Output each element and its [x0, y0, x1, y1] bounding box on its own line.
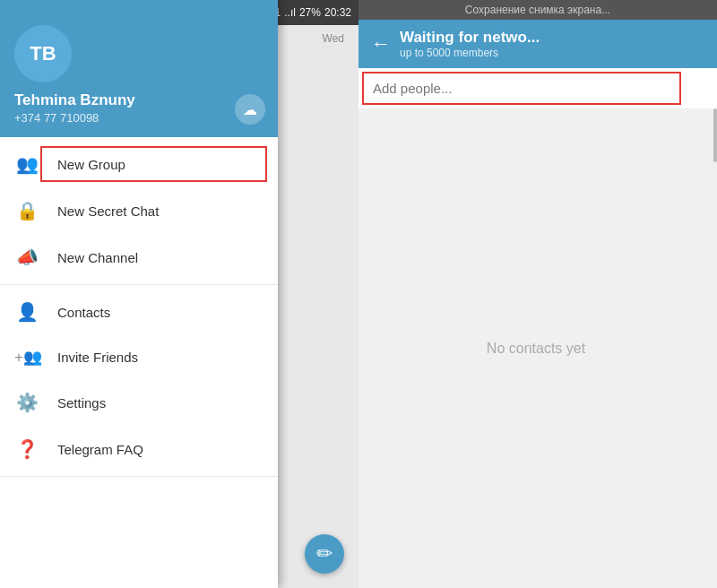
battery-level: 27% [299, 6, 321, 19]
right-content-area: No contacts yet [358, 108, 717, 588]
menu-item-new-channel[interactable]: 📣 New Channel [0, 234, 278, 281]
megaphone-icon: 📣 [14, 246, 39, 268]
menu-item-contacts[interactable]: 👤 Contacts [0, 289, 278, 335]
faq-label: Telegram FAQ [57, 442, 143, 457]
compose-fab[interactable]: ✏ [305, 534, 344, 574]
profile-name: Tehmina Bznuny [14, 91, 263, 109]
notification-bar: Сохранение снимка экрана... [358, 0, 717, 20]
no-contacts-message: No contacts yet [358, 108, 713, 588]
new-secret-chat-label: New Secret Chat [57, 203, 159, 219]
scrollbar[interactable] [713, 108, 717, 162]
time-display: 20:32 [324, 6, 351, 19]
menu-item-faq[interactable]: ❓ Telegram FAQ [0, 426, 278, 472]
group-title: Waiting for netwo... [400, 29, 704, 47]
add-people-input[interactable] [369, 75, 706, 101]
contact-icon: 👤 [14, 301, 39, 323]
avatar: TB [14, 25, 72, 82]
cloud-icon[interactable]: ☁ [235, 94, 265, 125]
help-icon: ❓ [14, 438, 39, 460]
menu-item-invite-friends[interactable]: +👥 Invite Friends [0, 335, 278, 379]
menu-items-list: 👥 New Group 🔒 New Secret Chat 📣 New Chan… [0, 137, 278, 588]
new-group-label: New Group [57, 157, 125, 172]
lock-icon: 🔒 [14, 200, 39, 221]
menu-group-create: 👥 New Group 🔒 New Secret Chat 📣 New Chan… [0, 137, 278, 285]
back-button[interactable]: ← [371, 32, 391, 56]
header-text: Waiting for netwo... up to 5000 members [400, 29, 704, 59]
new-channel-label: New Channel [57, 250, 138, 265]
right-panel: Сохранение снимка экрана... ← Waiting fo… [358, 0, 717, 588]
signal-strength: ..ıl [284, 6, 296, 19]
settings-label: Settings [57, 395, 106, 411]
side-menu: TB Tehmina Bznuny +374 77 710098 ☁ 👥 New… [0, 0, 278, 588]
right-panel-header: ← Waiting for netwo... up to 5000 member… [358, 20, 717, 68]
left-panel: 🔧🔍🖼📷8+ 1 ..ıl 27% 20:32 Wed ac... ✏ TB T… [0, 0, 358, 588]
profile-phone: +374 77 710098 [14, 111, 263, 125]
menu-item-settings[interactable]: ⚙️ Settings [0, 379, 278, 426]
invite-friends-label: Invite Friends [57, 350, 138, 365]
compose-icon: ✏ [316, 542, 333, 566]
menu-group-misc: 👤 Contacts +👥 Invite Friends ⚙️ Settings… [0, 285, 278, 477]
menu-item-new-group[interactable]: 👥 New Group [0, 141, 278, 187]
menu-item-new-secret-chat[interactable]: 🔒 New Secret Chat [0, 187, 278, 234]
menu-profile-header: TB Tehmina Bznuny +374 77 710098 ☁ [0, 0, 278, 137]
invite-icon: +👥 [14, 348, 39, 367]
group-subtitle: up to 5000 members [400, 47, 704, 59]
add-people-area [358, 68, 717, 108]
status-bar-right: 1 ..ıl 27% 20:32 [275, 6, 351, 19]
group-icon: 👥 [14, 153, 39, 175]
gear-icon: ⚙️ [14, 392, 39, 413]
contacts-label: Contacts [57, 305, 110, 320]
